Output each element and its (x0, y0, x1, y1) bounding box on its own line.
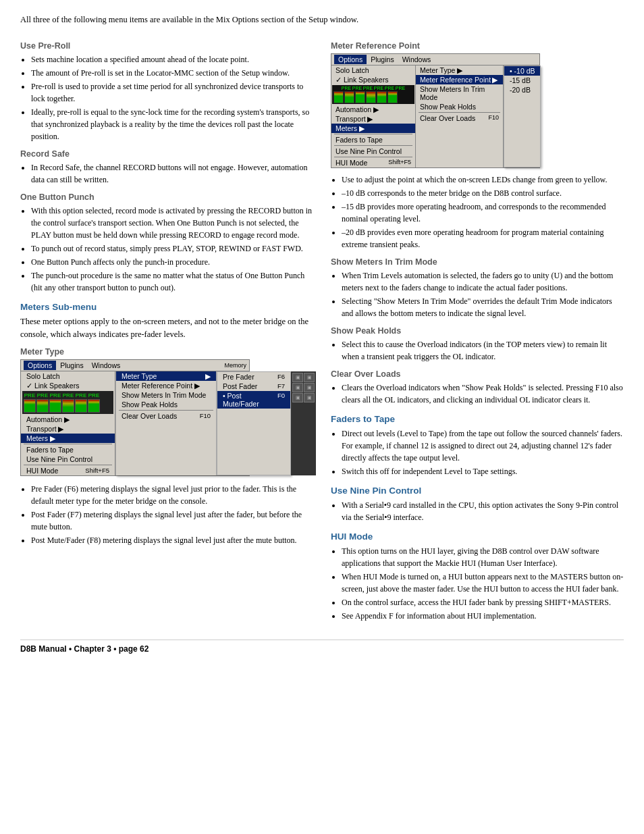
mref-hui-label: HUI Mode (336, 159, 367, 167)
left-column: Use Pre-Roll Sets machine location a spe… (20, 34, 317, 626)
list-item: –20 dB provides even more operating head… (342, 226, 624, 251)
submenu-show-trim[interactable]: Show Meters In Trim Mode (116, 390, 216, 400)
mref-db-15[interactable]: -15 dB (504, 76, 540, 85)
list-item: When Trim Levels automation is selected,… (342, 269, 624, 294)
mref-hui-shortcut: Shift+F5 (388, 159, 411, 167)
meter-type-submenu: Pre Fader F6 Post Fader F7 • Post Mute/F… (217, 371, 291, 475)
pre-fader-shortcut: F6 (277, 373, 285, 381)
mref-sep3 (334, 157, 412, 157)
mref-db-options: • -10 dB -15 dB -20 dB (504, 66, 541, 167)
mref-sub-meter-type[interactable]: Meter Type ▶ (416, 66, 503, 75)
post-mute-option[interactable]: • Post Mute/Fader F0 (217, 391, 290, 409)
clear-overloads-heading: Clear Over Loads (331, 369, 624, 379)
use-preroll-list: Sets machine location a specified amount… (31, 53, 317, 142)
meters-display-area: PRE PRE PRE PRE PRE PRE (22, 391, 113, 414)
mref-solo-latch[interactable]: Solo Latch (331, 66, 415, 75)
mref-sub-peak-holds[interactable]: Show Peak Holds (416, 102, 503, 111)
list-item: See Appendix F for information about HUI… (342, 610, 624, 622)
submenu-meter-type[interactable]: Meter Type ▶ (116, 371, 216, 381)
list-item: Select this to cause the Overload indica… (342, 338, 624, 363)
menu-item-link-speakers[interactable]: ✓ Link Speakers (21, 381, 115, 390)
mref-faders-to-tape[interactable]: Faders to Tape (331, 135, 415, 145)
menu-bar-options[interactable]: Options (24, 361, 56, 370)
list-item: Pre Fader (F6) metering displays the sig… (31, 483, 317, 507)
mref-sep2 (334, 145, 412, 146)
mref-link-speakers[interactable]: ✓ Link Speakers (331, 75, 415, 84)
record-safe-heading: Record Safe (20, 149, 317, 159)
pre-fader-option[interactable]: Pre Fader F6 (217, 372, 290, 382)
mref-meters-hl[interactable]: Meters ▶ (331, 124, 415, 133)
use-nine-pin-heading: Use Nine Pin Control (331, 486, 624, 496)
meter-label: PRE (88, 392, 100, 398)
mref-left-panel: Solo Latch ✓ Link Speakers PRE PRE PRE P… (331, 66, 416, 167)
meter-label: PRE (62, 392, 74, 398)
memory-label: Memory (224, 362, 246, 369)
use-preroll-heading: Use Pre-Roll (20, 41, 317, 51)
mref-db-20[interactable]: -20 dB (504, 85, 540, 95)
mref-db-10[interactable]: • -10 dB (504, 66, 540, 76)
mref-automation[interactable]: Automation ▶ (331, 105, 415, 114)
mref-meter-bar (333, 91, 344, 103)
list-item: Post Fader (F7) metering displays the si… (31, 509, 317, 533)
record-safe-list: In Record Safe, the channel RECORD butto… (31, 161, 317, 186)
meter-ref-bullets: Use to adjust the point at which the on-… (342, 174, 624, 251)
menu-item-automation[interactable]: Automation ▶ (21, 415, 115, 424)
menu-item-faders-to-tape[interactable]: Faders to Tape (21, 445, 115, 454)
right-icons-area: ▣ ▣ ▣ ▣ ▣ ▣ (291, 371, 316, 475)
mref-sub-clear-label: Clear Over Loads (420, 114, 475, 122)
menu-item-solo-latch[interactable]: Solo Latch (21, 371, 115, 381)
mref-sub-clear-shortcut: F10 (488, 114, 499, 122)
submenu-meter-ref[interactable]: Meter Reference Point ▶ (116, 381, 216, 390)
submenu-separator (119, 410, 213, 411)
meter-label: PRE (49, 392, 61, 398)
list-item: When HUI Mode is turned on, a HUI button… (342, 571, 624, 595)
mref-sub-clear[interactable]: Clear Over Loads F10 (416, 113, 503, 123)
mref-sub-trim-mode[interactable]: Show Meters In Trim Mode (416, 84, 503, 102)
mref-nine-pin[interactable]: Use Nine Pin Control (331, 147, 415, 156)
mref-sub-meter-ref[interactable]: Meter Reference Point ▶ (416, 75, 503, 84)
meter-type-arrow: ▶ (205, 372, 211, 380)
post-mute-label: • Post Mute/Fader (223, 392, 277, 408)
mref-bar-plugins[interactable]: Plugins (367, 55, 398, 64)
clear-overloads-list: Clears the Overload indicators when "Sho… (342, 382, 624, 406)
post-fader-option[interactable]: Post Fader F7 (217, 382, 290, 391)
menu-item-nine-pin[interactable]: Use Nine Pin Control (21, 454, 115, 464)
mref-bar-options[interactable]: Options (334, 55, 367, 64)
submenu-show-peak[interactable]: Show Peak Holds (116, 400, 216, 409)
menu-bar-windows[interactable]: Windows (88, 361, 125, 370)
mref-transport[interactable]: Transport ▶ (331, 114, 415, 124)
submenu-clear-overloads[interactable]: Clear Over Loads F10 (116, 411, 216, 421)
menu-item-meters-hl[interactable]: Meters ▶ (21, 434, 115, 443)
post-mute-shortcut: F0 (277, 392, 285, 408)
icon-cell: ▣ (292, 373, 303, 382)
page-layout: Use Pre-Roll Sets machine location a spe… (20, 34, 624, 626)
meter-reference-screenshot: Options Plugins Windows Solo Latch ✓ Lin… (331, 53, 540, 168)
mref-content: Solo Latch ✓ Link Speakers PRE PRE PRE P… (331, 66, 539, 167)
mref-submenu: Meter Type ▶ Meter Reference Point ▶ Sho… (416, 66, 504, 167)
mref-hui[interactable]: HUI Mode Shift+F5 (331, 158, 415, 167)
menu-item-transport[interactable]: Transport ▶ (21, 424, 115, 434)
mref-bar-windows[interactable]: Windows (398, 55, 435, 64)
meter-type-label: Meter Type (122, 372, 157, 380)
pre-fader-label: Pre Fader (223, 373, 254, 381)
mref-meters-mini: PRE PRE PRE PRE PRE PRE (332, 85, 414, 104)
meter-type-heading: Meter Type (20, 347, 317, 357)
menu-bar-bottom: Options Plugins Windows Memory (21, 360, 249, 371)
meter-bar (75, 399, 87, 413)
meter-reference-point-heading: Meter Reference Point (331, 41, 624, 51)
list-item: The punch-out procedure is the same no m… (31, 269, 317, 294)
list-item: –10 dB corresponds to the meter bridge o… (342, 187, 624, 199)
mref-meter-bar (377, 91, 387, 103)
show-meters-trim-list: When Trim Levels automation is selected,… (342, 269, 624, 319)
mref-meter-bars (333, 91, 413, 103)
mref-meter-label: PRE (342, 86, 352, 90)
menu-item-hui[interactable]: HUI Mode Shift+F5 (21, 466, 115, 475)
list-item: In Record Safe, the channel RECORD butto… (31, 161, 317, 186)
meters-bars (24, 399, 112, 413)
hui-mode-list: This option turns on the HUI layer, givi… (342, 545, 624, 622)
icon-grid: ▣ ▣ ▣ ▣ ▣ ▣ (292, 373, 315, 402)
mref-meter-label: PRE (396, 86, 406, 90)
faders-to-tape-heading: Faders to Tape (331, 414, 624, 424)
menu-bar-plugins[interactable]: Plugins (56, 361, 87, 370)
one-button-punch-list: With this option selected, record mode i… (31, 205, 317, 294)
